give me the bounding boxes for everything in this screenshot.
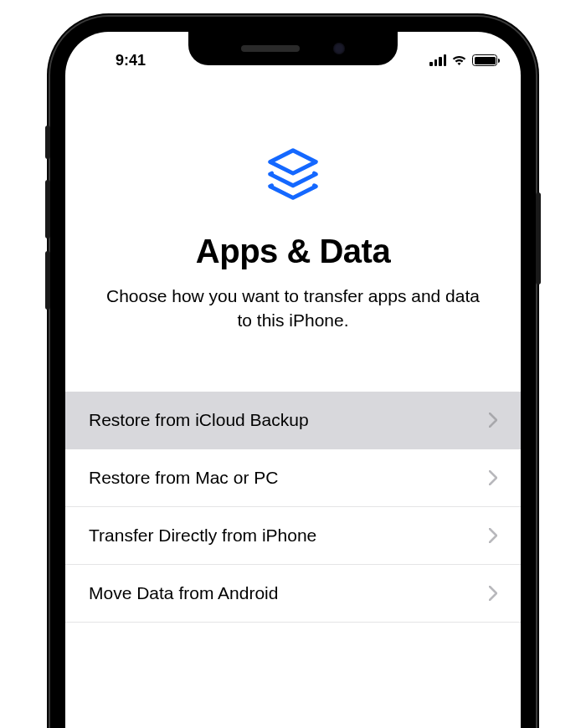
speaker-grille (241, 45, 300, 52)
chevron-right-icon (489, 528, 497, 543)
chevron-right-icon (489, 586, 497, 601)
chevron-right-icon (489, 413, 497, 428)
option-label: Move Data from Android (89, 583, 278, 603)
power-button (536, 192, 541, 285)
volume-down-button (45, 251, 50, 310)
main-content: Apps & Data Choose how you want to trans… (65, 77, 521, 623)
front-camera (333, 43, 345, 54)
option-label: Transfer Directly from iPhone (89, 525, 316, 546)
wifi-icon (451, 54, 467, 66)
layers-stack-icon (65, 144, 521, 209)
option-label: Restore from iCloud Backup (89, 410, 309, 430)
option-restore-icloud[interactable]: Restore from iCloud Backup (65, 392, 521, 449)
screen: 9:41 Apps & Data (65, 32, 521, 728)
battery-icon (472, 54, 497, 66)
device-frame: 9:41 Apps & Data (50, 17, 536, 728)
option-label: Restore from Mac or PC (89, 468, 278, 488)
battery-fill (475, 57, 496, 64)
mute-switch (45, 126, 50, 159)
page-subtitle: Choose how you want to transfer apps and… (65, 284, 521, 333)
cellular-signal-icon (429, 54, 446, 66)
option-transfer-iphone[interactable]: Transfer Directly from iPhone (65, 507, 521, 565)
status-indicators (414, 54, 497, 66)
option-list: Restore from iCloud Backup Restore from … (65, 392, 521, 623)
option-move-android[interactable]: Move Data from Android (65, 565, 521, 623)
notch (188, 32, 398, 65)
chevron-right-icon (489, 470, 497, 485)
status-time: 9:41 (89, 52, 172, 69)
volume-up-button (45, 180, 50, 238)
page-title: Apps & Data (65, 233, 521, 270)
option-restore-mac-pc[interactable]: Restore from Mac or PC (65, 449, 521, 507)
